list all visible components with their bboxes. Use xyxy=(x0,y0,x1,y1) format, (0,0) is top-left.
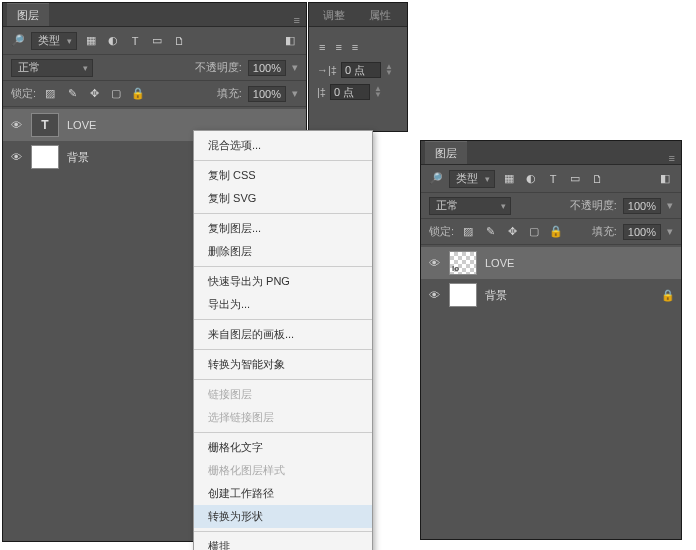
layer-filter-row: 🔎 类型 ▦ ◐ T ▭ 🗋 ◧ xyxy=(421,165,681,193)
bg-layer-thumb[interactable] xyxy=(31,145,59,169)
lock-transparency-icon[interactable]: ▨ xyxy=(460,224,476,240)
menu-separator xyxy=(194,379,372,380)
filter-kind-icon: 🔎 xyxy=(429,172,443,185)
lock-fill-row: 锁定: ▨ ✎ ✥ ▢ 🔒 填充: 100% ▾ xyxy=(3,81,306,107)
panel-tab-bar: 图层 ≡ xyxy=(421,141,681,165)
menu-item[interactable]: 快速导出为 PNG xyxy=(194,270,372,293)
lock-all-icon[interactable]: 🔒 xyxy=(548,224,564,240)
lock-label: 锁定: xyxy=(429,224,454,239)
blend-mode-dropdown[interactable]: 正常 xyxy=(11,59,93,77)
menu-item[interactable]: 来自图层的画板... xyxy=(194,323,372,346)
properties-panel: 调整 属性 ≡ ≡ ≡ →|‡ ▲▼ |‡ ▲▼ xyxy=(308,2,408,132)
filter-adjust-icon[interactable]: ◐ xyxy=(105,33,121,49)
filter-kind-dropdown[interactable]: 类型 xyxy=(449,170,495,188)
menu-separator xyxy=(194,432,372,433)
paragraph-align-row: ≡ ≡ ≡ xyxy=(309,35,407,59)
menu-item[interactable]: 复制 SVG xyxy=(194,187,372,210)
lock-fill-row: 锁定: ▨ ✎ ✥ ▢ 🔒 填充: 100% ▾ xyxy=(421,219,681,245)
layer-row[interactable]: 👁 LOVE xyxy=(421,247,681,279)
layer-filter-row: 🔎 类型 ▦ ◐ T ▭ 🗋 ◧ xyxy=(3,27,306,55)
tab-adjustments[interactable]: 调整 xyxy=(313,4,355,26)
lock-icon: 🔒 xyxy=(661,289,675,302)
indent-left-input[interactable] xyxy=(330,84,370,100)
fill-label: 填充: xyxy=(592,224,617,239)
layer-row[interactable]: 👁 背景 🔒 xyxy=(421,279,681,311)
filter-smart-icon[interactable]: 🗋 xyxy=(171,33,187,49)
tab-layers[interactable]: 图层 xyxy=(425,141,467,164)
menu-item[interactable]: 复制 CSS xyxy=(194,164,372,187)
indent-left-row: |‡ ▲▼ xyxy=(309,81,407,103)
menu-separator xyxy=(194,266,372,267)
opacity-value[interactable]: 100% xyxy=(248,60,286,76)
panel-tab-bar: 调整 属性 xyxy=(309,3,407,27)
menu-item[interactable]: 转换为形状 xyxy=(194,505,372,528)
menu-separator xyxy=(194,319,372,320)
indent-first-icon: →|‡ xyxy=(317,64,337,76)
align-right-icon[interactable]: ≡ xyxy=(352,41,358,53)
layer-list: 👁 LOVE 👁 背景 🔒 xyxy=(421,245,681,313)
filter-adjust-icon[interactable]: ◐ xyxy=(523,171,539,187)
filter-shape-icon[interactable]: ▭ xyxy=(567,171,583,187)
tab-layers[interactable]: 图层 xyxy=(7,3,49,26)
filter-text-icon[interactable]: T xyxy=(127,33,143,49)
indent-left-icon: |‡ xyxy=(317,86,326,98)
shape-layer-thumb[interactable] xyxy=(449,251,477,275)
menu-item: 选择链接图层 xyxy=(194,406,372,429)
filter-toggle-icon[interactable]: ◧ xyxy=(282,33,298,49)
filter-text-icon[interactable]: T xyxy=(545,171,561,187)
opacity-value[interactable]: 100% xyxy=(623,198,661,214)
lock-label: 锁定: xyxy=(11,86,36,101)
menu-separator xyxy=(194,531,372,532)
align-center-icon[interactable]: ≡ xyxy=(335,41,341,53)
opacity-flyout-icon[interactable]: ▾ xyxy=(667,199,673,212)
panel-menu-icon[interactable]: ≡ xyxy=(663,152,681,164)
visibility-icon[interactable]: 👁 xyxy=(9,151,23,163)
fill-value[interactable]: 100% xyxy=(248,86,286,102)
menu-item[interactable]: 混合选项... xyxy=(194,134,372,157)
bg-layer-thumb[interactable] xyxy=(449,283,477,307)
filter-smart-icon[interactable]: 🗋 xyxy=(589,171,605,187)
panel-menu-icon[interactable]: ≡ xyxy=(288,14,306,26)
lock-position-icon[interactable]: ✥ xyxy=(504,224,520,240)
lock-artboard-icon[interactable]: ▢ xyxy=(526,224,542,240)
filter-pixel-icon[interactable]: ▦ xyxy=(83,33,99,49)
layer-name[interactable]: 背景 xyxy=(485,288,653,303)
stepper-icon[interactable]: ▲▼ xyxy=(374,86,382,98)
filter-pixel-icon[interactable]: ▦ xyxy=(501,171,517,187)
lock-artboard-icon[interactable]: ▢ xyxy=(108,86,124,102)
visibility-icon[interactable]: 👁 xyxy=(427,257,441,269)
menu-separator xyxy=(194,213,372,214)
lock-image-icon[interactable]: ✎ xyxy=(64,86,80,102)
stepper-icon[interactable]: ▲▼ xyxy=(385,64,393,76)
menu-item: 链接图层 xyxy=(194,383,372,406)
menu-item[interactable]: 横排 xyxy=(194,535,372,550)
filter-shape-icon[interactable]: ▭ xyxy=(149,33,165,49)
layer-name[interactable]: LOVE xyxy=(485,257,675,269)
fill-value[interactable]: 100% xyxy=(623,224,661,240)
menu-item[interactable]: 栅格化文字 xyxy=(194,436,372,459)
lock-all-icon[interactable]: 🔒 xyxy=(130,86,146,102)
menu-item[interactable]: 删除图层 xyxy=(194,240,372,263)
text-layer-thumb[interactable]: T xyxy=(31,113,59,137)
menu-item[interactable]: 创建工作路径 xyxy=(194,482,372,505)
menu-separator xyxy=(194,160,372,161)
opacity-flyout-icon[interactable]: ▾ xyxy=(292,61,298,74)
align-left-icon[interactable]: ≡ xyxy=(319,41,325,53)
visibility-icon[interactable]: 👁 xyxy=(427,289,441,301)
filter-kind-dropdown[interactable]: 类型 xyxy=(31,32,77,50)
tab-properties[interactable]: 属性 xyxy=(359,4,401,26)
fill-flyout-icon[interactable]: ▾ xyxy=(292,87,298,100)
panel-tab-bar: 图层 ≡ xyxy=(3,3,306,27)
menu-item[interactable]: 复制图层... xyxy=(194,217,372,240)
lock-transparency-icon[interactable]: ▨ xyxy=(42,86,58,102)
lock-position-icon[interactable]: ✥ xyxy=(86,86,102,102)
indent-first-input[interactable] xyxy=(341,62,381,78)
filter-toggle-icon[interactable]: ◧ xyxy=(657,171,673,187)
blend-mode-dropdown[interactable]: 正常 xyxy=(429,197,511,215)
fill-flyout-icon[interactable]: ▾ xyxy=(667,225,673,238)
menu-item[interactable]: 导出为... xyxy=(194,293,372,316)
opacity-label: 不透明度: xyxy=(195,60,242,75)
visibility-icon[interactable]: 👁 xyxy=(9,119,23,131)
menu-item[interactable]: 转换为智能对象 xyxy=(194,353,372,376)
lock-image-icon[interactable]: ✎ xyxy=(482,224,498,240)
